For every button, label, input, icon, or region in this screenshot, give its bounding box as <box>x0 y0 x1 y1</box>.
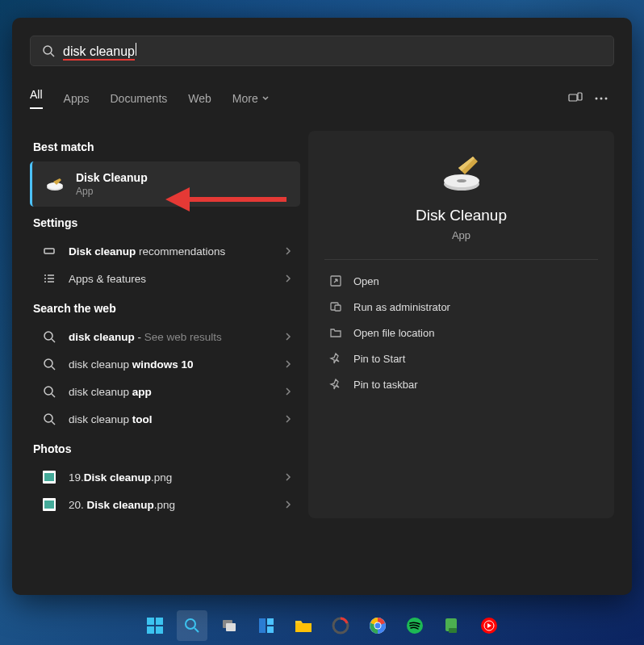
tab-all[interactable]: All <box>30 88 43 109</box>
tab-apps[interactable]: Apps <box>64 92 90 105</box>
image-file-icon <box>43 471 56 484</box>
tab-web[interactable]: Web <box>188 92 211 105</box>
svg-point-26 <box>457 179 466 182</box>
action-pin-start[interactable]: Pin to Start <box>324 346 598 371</box>
chevron-right-icon <box>284 500 292 509</box>
chevron-right-icon <box>284 359 292 369</box>
svg-rect-40 <box>267 626 274 633</box>
web-result-2[interactable]: disk cleanup windows 10 <box>30 350 300 378</box>
settings-item-recommendations[interactable]: Disk cleanup recommendations <box>30 237 300 265</box>
svg-point-22 <box>44 414 52 422</box>
chevron-right-icon <box>284 246 292 256</box>
svg-point-18 <box>44 359 52 367</box>
taskbar-app-1[interactable] <box>325 610 356 641</box>
search-icon <box>43 385 56 398</box>
action-open[interactable]: Open <box>324 268 598 294</box>
best-match-subtitle: App <box>76 186 148 197</box>
svg-rect-30 <box>147 618 154 625</box>
image-file-icon <box>43 498 56 511</box>
list-item-label: disk cleanup tool <box>69 413 153 425</box>
photo-result-2[interactable]: 20. Disk cleanup.png <box>30 491 300 518</box>
web-result-4[interactable]: disk cleanup tool <box>30 405 300 433</box>
svg-rect-29 <box>335 305 341 311</box>
list-item-label: disk cleanup app <box>69 386 152 398</box>
taskbar-app-2[interactable] <box>437 610 467 641</box>
search-icon <box>43 330 56 343</box>
apps-list-icon <box>43 272 56 285</box>
details-title: Disk Cleanup <box>324 207 598 224</box>
tab-documents[interactable]: Documents <box>110 92 167 105</box>
chevron-right-icon <box>284 414 292 424</box>
photo-result-1[interactable]: 19.Disk cleanup.png <box>30 463 300 491</box>
svg-line-19 <box>52 366 55 370</box>
section-photos: Photos <box>33 442 300 455</box>
settings-item-apps-features[interactable]: Apps & features <box>30 265 300 292</box>
list-item-label: disk cleanup - See web results <box>69 331 222 343</box>
search-icon <box>43 413 56 425</box>
svg-rect-2 <box>569 94 577 101</box>
action-label: Run as administrator <box>353 301 450 313</box>
svg-point-5 <box>600 98 603 100</box>
taskbar-spotify[interactable] <box>399 610 430 641</box>
svg-rect-37 <box>226 623 236 631</box>
taskbar-widgets[interactable] <box>251 610 282 641</box>
section-best-match: Best match <box>33 140 300 153</box>
search-icon <box>43 358 56 371</box>
svg-point-16 <box>44 332 52 340</box>
action-label: Pin to taskbar <box>353 379 418 391</box>
chevron-down-icon <box>261 94 270 103</box>
action-open-location[interactable]: Open file location <box>324 320 598 346</box>
chevron-right-icon <box>284 332 292 341</box>
pin-icon <box>329 378 342 391</box>
filter-tabs: All Apps Documents Web More <box>30 86 614 118</box>
tab-more[interactable]: More <box>232 92 270 105</box>
pin-icon <box>329 352 342 365</box>
taskbar-start-button[interactable] <box>140 610 170 641</box>
svg-point-4 <box>596 98 598 100</box>
search-icon <box>42 44 55 57</box>
taskbar-search-button[interactable] <box>177 610 207 641</box>
svg-rect-41 <box>295 623 312 632</box>
svg-rect-9 <box>44 249 54 253</box>
web-result-1[interactable]: disk cleanup - See web results <box>30 323 300 350</box>
folder-icon <box>329 326 342 339</box>
section-search-web: Search the web <box>33 302 300 315</box>
devices-icon[interactable] <box>562 86 588 111</box>
list-item-label: Apps & features <box>69 273 146 285</box>
svg-point-8 <box>47 182 63 189</box>
search-box[interactable]: disk cleanup <box>30 36 614 66</box>
svg-line-17 <box>52 339 55 342</box>
svg-point-0 <box>44 46 52 54</box>
open-icon <box>329 274 342 287</box>
svg-line-21 <box>52 394 55 397</box>
list-item-label: 20. Disk cleanup.png <box>69 499 175 511</box>
svg-rect-33 <box>156 626 163 634</box>
action-label: Open <box>353 275 379 287</box>
list-item-label: 19.Disk cleanup.png <box>69 471 172 484</box>
chevron-right-icon <box>284 387 292 396</box>
results-column: Best match Disk Cleanup App Settings Dis <box>30 131 300 518</box>
more-options-icon[interactable] <box>588 86 614 111</box>
svg-line-23 <box>52 421 55 425</box>
taskbar-chrome[interactable] <box>362 610 393 641</box>
svg-line-35 <box>194 628 199 632</box>
action-run-admin[interactable]: Run as administrator <box>324 294 598 320</box>
taskbar-task-view[interactable] <box>214 610 245 641</box>
details-panel: Disk Cleanup App Open Run as administrat… <box>308 131 614 518</box>
svg-rect-49 <box>449 628 457 633</box>
start-search-panel: disk cleanup All Apps Documents Web More… <box>12 18 632 595</box>
disk-cleanup-app-icon <box>439 153 484 192</box>
taskbar <box>0 609 644 642</box>
action-pin-taskbar[interactable]: Pin to taskbar <box>324 371 598 397</box>
taskbar-youtube-music[interactable] <box>474 610 504 641</box>
list-item-label: Disk cleanup recommendations <box>69 245 225 258</box>
action-label: Open file location <box>353 327 434 339</box>
svg-rect-3 <box>578 93 582 100</box>
taskbar-explorer[interactable] <box>288 610 319 641</box>
svg-line-1 <box>51 53 54 57</box>
chevron-right-icon <box>284 472 292 482</box>
shield-icon <box>329 300 342 313</box>
svg-point-46 <box>375 623 381 629</box>
svg-rect-32 <box>147 626 154 634</box>
web-result-3[interactable]: disk cleanup app <box>30 378 300 405</box>
